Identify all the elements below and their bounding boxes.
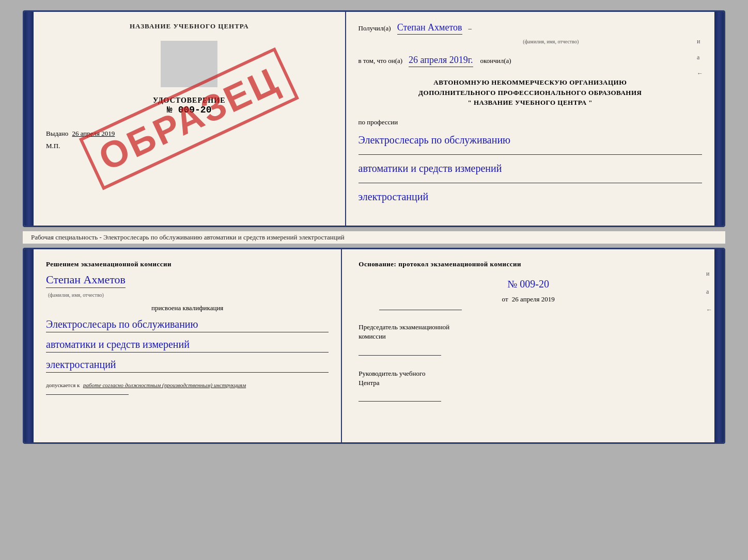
org-block: АВТОНОМНУЮ НЕКОММЕРЧЕСКУЮ ОРГАНИЗАЦИЮ ДО… bbox=[359, 77, 702, 108]
issued-date: 26 апреля 2019 bbox=[72, 130, 115, 137]
page-wrapper: НАЗВАНИЕ УЧЕБНОГО ЦЕНТРА УДОСТОВЕРЕНИЕ №… bbox=[23, 10, 725, 444]
org-line2: ДОПОЛНИТЕЛЬНОГО ПРОФЕССИОНАЛЬНОГО ОБРАЗО… bbox=[359, 88, 702, 98]
cert-name-block: УДОСТОВЕРЕНИЕ № 009-20 bbox=[46, 97, 333, 115]
recipient-name: Степан Ахметов bbox=[397, 22, 462, 35]
profession-label: по профессии bbox=[359, 118, 702, 126]
issued-label: Выдано bbox=[46, 130, 68, 137]
head-line1: Руководитель учебного bbox=[359, 369, 698, 378]
bottom-right-page: Основание: протокол экзаменационной коми… bbox=[342, 249, 714, 442]
bottom-side-i: и bbox=[706, 270, 712, 278]
date-value: 26 апреля 2019 bbox=[512, 295, 555, 303]
protocol-number: № 009-20 bbox=[359, 278, 698, 290]
dash: – bbox=[469, 24, 472, 33]
in-that-label: в том, что он(а) bbox=[359, 57, 403, 65]
cert-number: № 009-20 bbox=[46, 105, 333, 115]
bottom-left-page: Решением экзаменационной комиссии Степан… bbox=[34, 249, 342, 442]
fio-subtitle-top: (фамилия, имя, отчество) bbox=[400, 39, 702, 44]
qual-line3: электростанций bbox=[46, 357, 329, 373]
profession-underline-1 bbox=[359, 154, 702, 155]
head-sign-line bbox=[359, 401, 441, 402]
sign-line-bottom-left bbox=[46, 394, 129, 395]
side-letter-i: и bbox=[697, 38, 703, 45]
book-spine-right-bottom bbox=[714, 249, 724, 442]
chairman-line2: комиссии bbox=[359, 332, 698, 341]
cert-issued: Выдано 26 апреля 2019 bbox=[46, 130, 333, 138]
bottom-side-a: а bbox=[706, 288, 712, 296]
book-spine-left bbox=[24, 12, 34, 226]
side-letter-a: а bbox=[697, 54, 703, 61]
profession-line1: Электрослесарь по обслуживанию bbox=[359, 133, 702, 147]
completion-date: 26 апреля 2019г. bbox=[409, 55, 473, 67]
qual-line2: автоматики и средств измерений bbox=[46, 337, 329, 353]
basis-label: Основание: протокол экзаменационной коми… bbox=[359, 260, 698, 269]
allowed-prefix: допускается к bbox=[46, 382, 80, 388]
profession-underline-2 bbox=[359, 183, 702, 183]
head-block: Руководитель учебного Центра bbox=[359, 369, 698, 388]
protocol-date: от 26 апреля 2019 bbox=[359, 295, 698, 303]
protocol-date-line bbox=[379, 310, 462, 310]
allowed-row: допускается к работе согласно должностны… bbox=[46, 382, 329, 388]
cert-title: НАЗВАНИЕ УЧЕБНОГО ЦЕНТРА bbox=[46, 22, 333, 30]
org-line3: " НАЗВАНИЕ УЧЕБНОГО ЦЕНТРА " bbox=[359, 98, 702, 108]
profession-line3: электростанций bbox=[359, 189, 702, 204]
chairman-block: Председатель экзаменационной комиссии bbox=[359, 323, 698, 341]
photo-placeholder bbox=[161, 41, 217, 87]
chairman-sign-line bbox=[359, 355, 441, 356]
profession-line2: автоматики и средств измерений bbox=[359, 161, 702, 175]
bottom-certificate-book: Решением экзаменационной комиссии Степан… bbox=[23, 248, 725, 444]
assigned-label: присвоена квалификация bbox=[46, 304, 329, 312]
top-left-page: НАЗВАНИЕ УЧЕБНОГО ЦЕНТРА УДОСТОВЕРЕНИЕ №… bbox=[34, 12, 346, 226]
cert-label: УДОСТОВЕРЕНИЕ bbox=[46, 97, 333, 105]
completion-row: в том, что он(а) 26 апреля 2019г. окончи… bbox=[359, 55, 702, 67]
date-prefix: от bbox=[502, 295, 508, 303]
bottom-side-arrow: ← bbox=[706, 306, 712, 314]
bottom-fio-subtitle: (фамилия, имя, отчество) bbox=[48, 292, 329, 298]
book-spine-left-bottom bbox=[24, 249, 34, 442]
middle-specialty-text: Рабочая специальность - Электрослесарь п… bbox=[23, 231, 725, 244]
right-side-decorations-top: и а ← bbox=[697, 38, 703, 77]
right-side-decorations-bottom: и а ← bbox=[706, 270, 712, 314]
recipient-row: Получил(а) Степан Ахметов – bbox=[359, 22, 702, 35]
allowed-text: работе согласно должностным (производств… bbox=[83, 382, 246, 388]
top-certificate-book: НАЗВАНИЕ УЧЕБНОГО ЦЕНТРА УДОСТОВЕРЕНИЕ №… bbox=[23, 10, 725, 227]
completed-label: окончил(а) bbox=[480, 57, 511, 65]
bottom-person-name: Степан Ахметов bbox=[46, 273, 329, 288]
cert-mp: М.П. bbox=[46, 142, 333, 150]
book-spine-right-top bbox=[714, 12, 724, 226]
top-right-page: Получил(а) Степан Ахметов – (фамилия, им… bbox=[346, 12, 714, 226]
chairman-line1: Председатель экзаменационной bbox=[359, 323, 698, 332]
received-label: Получил(а) bbox=[359, 24, 391, 33]
side-arrow: ← bbox=[697, 70, 703, 77]
qual-line1: Электрослесарь по обслуживанию bbox=[46, 316, 329, 332]
head-line2: Центра bbox=[359, 378, 698, 388]
decision-text: Решением экзаменационной комиссии bbox=[46, 260, 329, 269]
org-line1: АВТОНОМНУЮ НЕКОММЕРЧЕСКУЮ ОРГАНИЗАЦИЮ bbox=[359, 77, 702, 88]
